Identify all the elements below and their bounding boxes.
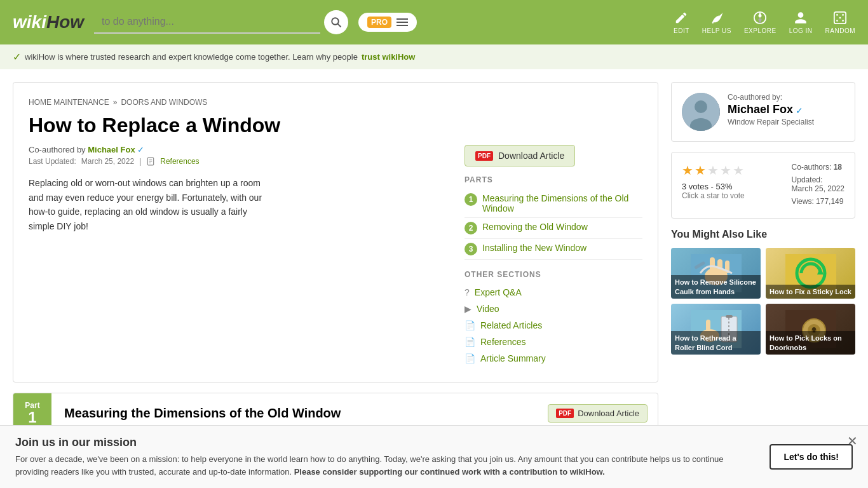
other-item-video[interactable]: ▶ Video [465,301,642,317]
parts-label: PARTS [465,175,642,184]
summary-icon: 📄 [465,353,475,363]
author-line: Co-authored by Michael Fox ✓ [29,145,264,154]
also-like-title: You Might Also Like [671,229,855,240]
star-1[interactable]: ★ [682,163,693,178]
author-avatar-img [682,93,720,131]
author-name-link[interactable]: Michael Fox [88,145,135,154]
nav-explore[interactable]: EXPLORE [744,11,776,34]
nav-edit[interactable]: EDIT [674,11,689,34]
donation-text-block: Join us in our mission For over a decade… [15,436,757,478]
download-article-button[interactable]: PDF Download Article [465,145,575,166]
logo[interactable]: wikiHow [13,12,84,32]
other-item-summary[interactable]: 📄 Article Summary [465,350,642,367]
svg-point-0 [332,18,339,25]
nav-edit-label: EDIT [674,27,689,34]
also-like-item-pick-locks[interactable]: How to Pick Locks on Doorknobs [766,304,855,355]
breadcrumb-cat[interactable]: DOORS AND WINDOWS [121,98,207,107]
verified-check-icon: ✓ [13,51,21,63]
updated-stat: Updated: March 25, 2022 [792,175,844,193]
part-item-3[interactable]: 3 Installing the New Window [465,239,642,260]
other-item-qa[interactable]: ? Expert Q&A [465,284,642,301]
author-avatar [682,93,720,131]
summary-link[interactable]: Article Summary [480,353,546,363]
qa-link[interactable]: Expert Q&A [475,287,522,297]
download-part-label: Download Article [578,409,639,418]
video-link[interactable]: Video [477,304,499,314]
star-4[interactable]: ★ [720,163,731,178]
coauthors-count: 18 [834,163,842,172]
vote-text: 3 votes - 53% [682,182,792,191]
svg-point-10 [842,20,844,22]
nav-login[interactable]: LOG IN [789,11,813,34]
star-5[interactable]: ★ [733,163,744,178]
coauthors-stat: Co-authors: 18 [792,163,844,172]
star-3[interactable]: ★ [707,163,719,178]
nav-login-label: LOG IN [789,27,813,34]
download-part-button[interactable]: PDF Download Article [548,404,648,423]
star-2[interactable]: ★ [695,163,706,178]
votes-count: 3 votes [682,182,709,191]
also-like-section: You Might Also Like [671,229,855,355]
article-title: How to Replace a Window [29,113,642,137]
svg-rect-32 [717,259,722,273]
part-item-2[interactable]: 2 Removing the Old Window [465,218,642,239]
part-num-2: 2 [465,222,477,234]
hamburger-icon [397,18,408,26]
other-item-related[interactable]: 📄 Related Articles [465,317,642,334]
stats-row: ★ ★ ★ ★ ★ 3 votes - 53% Click a star to … [682,163,844,208]
references-link[interactable]: References [160,157,199,166]
pro-button[interactable]: PRO [358,13,417,32]
ref-icon: 📄 [465,337,475,347]
breadcrumb-home[interactable]: HOME MAINTENANCE [29,98,109,107]
header: wikiHow PRO EDIT HELP US EXPLORE [0,0,868,44]
related-link[interactable]: Related Articles [480,320,542,330]
part-link-2[interactable]: Removing the Old Window [482,222,588,232]
nav-explore-label: EXPLORE [744,27,776,34]
views-label: Views: [792,197,814,206]
views-stat: Views: 177,149 [792,197,844,206]
updated-label: Updated: [792,175,844,184]
also-like-item-silicone[interactable]: How to Remove Silicone Caulk from Hands [671,248,761,299]
part-link-1[interactable]: Measuring the Dimensions of the Old Wind… [482,193,642,214]
sticky-lock-caption: How to Fix a Sticky Lock [766,285,855,299]
part-big-num: 1 [28,410,36,425]
part-item-1[interactable]: 1 Measuring the Dimensions of the Old Wi… [465,189,642,218]
trust-text: wikiHow is where trusted research and ex… [25,52,358,62]
svg-marker-4 [759,18,763,24]
nav-icons: EDIT HELP US EXPLORE LOG IN RANDOM [674,11,855,34]
pick-locks-caption: How to Pick Locks on Doorknobs [766,331,855,355]
last-updated-date: March 25, 2022 [81,157,134,166]
stars: ★ ★ ★ ★ ★ [682,163,744,178]
lets-do-button[interactable]: Let's do this! [770,444,853,470]
search-button[interactable] [324,10,348,34]
part-link-3[interactable]: Installing the New Window [482,243,587,253]
article-top-content: Co-authored by Michael Fox ✓ Last Update… [29,145,642,367]
nav-random[interactable]: RANDOM [825,11,855,34]
stats-right: Co-authors: 18 Updated: March 25, 2022 V… [792,163,844,206]
nav-help-us[interactable]: HELP US [702,11,731,34]
trust-link[interactable]: trust wikiHow [362,52,416,62]
article-intro: Replacing old or worn-out windows can br… [29,176,264,233]
last-updated-label: Last Updated: [29,157,76,166]
donation-emphasis: Please consider supporting our continued… [294,467,605,477]
donation-title: Join us in our mission [15,436,757,449]
also-like-grid: How to Remove Silicone Caulk from Hands [671,248,855,355]
stars-row: ★ ★ ★ ★ ★ [682,163,792,178]
search-icon [330,17,342,28]
verified-author-icon: ✓ [137,145,144,154]
other-list: ? Expert Q&A ▶ Video 📄 Related Articles [465,284,642,367]
references-section-link[interactable]: References [480,337,526,347]
coauthored-label: Co-authored by [29,145,86,154]
silicone-caption: How to Remove Silicone Caulk from Hands [671,275,761,299]
author-info: Co-authored by: Michael Fox ✓ Window Rep… [728,93,814,126]
search-input[interactable] [94,11,320,34]
nav-random-label: RANDOM [825,27,855,34]
author-card: Co-authored by: Michael Fox ✓ Window Rep… [671,82,855,142]
coauthored-label-sidebar: Co-authored by: [728,93,814,102]
also-like-item-sticky-lock[interactable]: How to Fix a Sticky Lock [766,248,855,299]
leaf-icon [710,11,724,25]
other-item-references[interactable]: 📄 References [465,334,642,350]
also-like-item-roller-blind[interactable]: How to Rethread a Roller Blind Cord [671,304,761,355]
close-donation-button[interactable]: ✕ [847,433,858,449]
qa-icon: ? [465,287,470,297]
